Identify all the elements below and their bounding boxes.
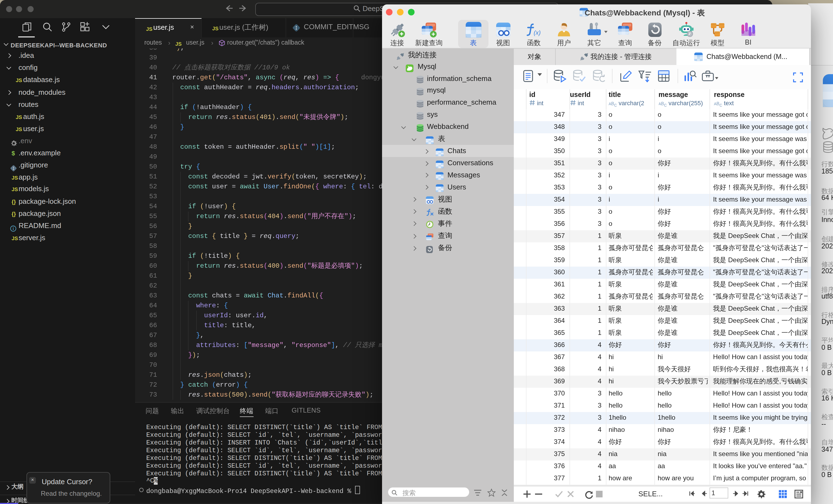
svg-text:(x): (x) — [534, 29, 541, 36]
